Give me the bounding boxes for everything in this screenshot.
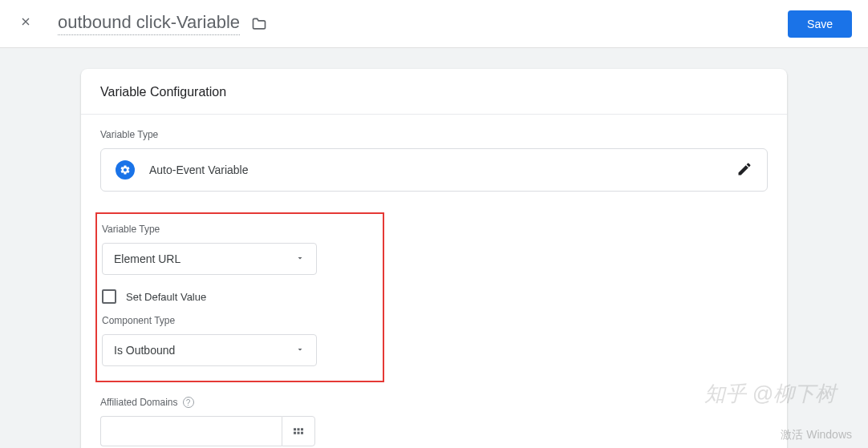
affiliated-domains-input[interactable] bbox=[100, 416, 282, 446]
variable-type-name: Auto-Event Variable bbox=[149, 163, 722, 176]
save-button[interactable]: Save bbox=[788, 10, 852, 38]
component-type-select[interactable]: Is Outbound bbox=[102, 334, 317, 366]
variable-picker-icon[interactable] bbox=[282, 416, 315, 446]
app-bar: outbound click-Variable Save bbox=[0, 0, 868, 48]
folder-icon[interactable] bbox=[251, 16, 267, 32]
variable-type-select[interactable]: Element URL bbox=[102, 243, 317, 275]
svg-rect-0 bbox=[294, 428, 296, 430]
svg-rect-4 bbox=[298, 432, 300, 434]
highlighted-config-block: Variable Type Element URL Set Default Va… bbox=[95, 212, 384, 382]
edit-icon[interactable] bbox=[736, 161, 752, 180]
page-title[interactable]: outbound click-Variable bbox=[58, 12, 240, 35]
variable-type-field: Variable Type Element URL bbox=[102, 224, 378, 275]
component-type-field: Component Type Is Outbound bbox=[102, 315, 378, 366]
help-icon[interactable]: ? bbox=[183, 397, 194, 408]
chevron-down-icon bbox=[295, 252, 305, 265]
variable-type-chip[interactable]: Auto-Event Variable bbox=[100, 148, 768, 192]
component-type-label: Component Type bbox=[102, 315, 378, 326]
set-default-checkbox[interactable] bbox=[102, 289, 116, 304]
svg-rect-2 bbox=[301, 428, 303, 430]
svg-rect-5 bbox=[301, 432, 303, 434]
gear-icon bbox=[116, 160, 135, 180]
component-type-value: Is Outbound bbox=[114, 344, 175, 357]
card-title: Variable Configuration bbox=[81, 69, 787, 115]
variable-type-field-label: Variable Type bbox=[102, 224, 378, 235]
svg-rect-3 bbox=[294, 432, 296, 434]
chevron-down-icon bbox=[295, 344, 305, 357]
variable-type-label: Variable Type bbox=[100, 129, 768, 140]
title-wrap: outbound click-Variable bbox=[58, 12, 267, 35]
affiliated-domains-label: Affiliated Domains bbox=[100, 397, 178, 408]
variable-type-value: Element URL bbox=[114, 252, 180, 265]
page-body: Variable Configuration Variable Type Aut… bbox=[0, 48, 868, 448]
affiliated-domains-label-row: Affiliated Domains ? bbox=[100, 397, 768, 408]
config-card: Variable Configuration Variable Type Aut… bbox=[81, 69, 787, 448]
svg-rect-1 bbox=[298, 428, 300, 430]
affiliated-domains-input-group bbox=[100, 416, 315, 446]
variable-type-section: Variable Type Auto-Event Variable bbox=[81, 115, 787, 198]
set-default-label: Set Default Value bbox=[126, 291, 206, 303]
affiliated-domains-section: Affiliated Domains ? bbox=[81, 389, 787, 446]
set-default-row: Set Default Value bbox=[102, 289, 378, 304]
close-icon[interactable] bbox=[16, 12, 35, 35]
